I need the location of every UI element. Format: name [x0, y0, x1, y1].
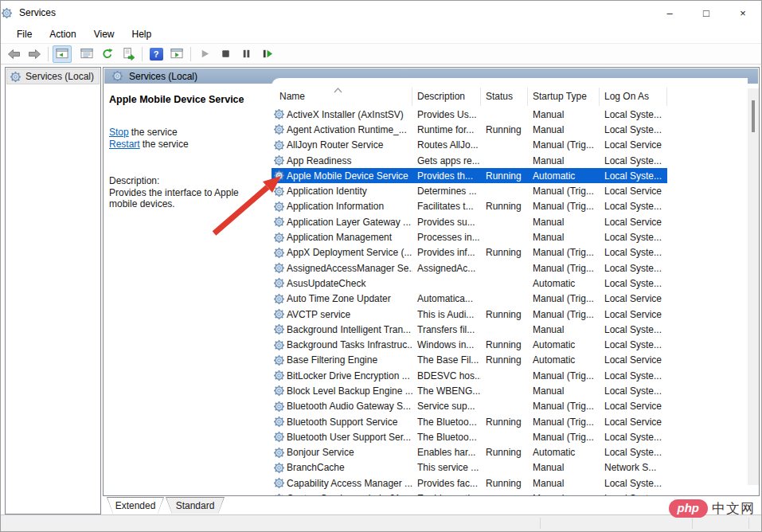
cell-log-on-as: Local Service [600, 138, 667, 153]
back-icon[interactable] [4, 45, 23, 63]
cell-startup-type: Automatic [528, 353, 600, 368]
toolbar-separator [48, 47, 49, 61]
minimize-button[interactable]: – [651, 1, 688, 25]
cell-log-on-as: Local Syste... [600, 260, 667, 276]
status-bar-divider [692, 518, 693, 529]
table-row[interactable]: Agent Activation Runtime_... Runtime for… [272, 122, 667, 137]
cell-status: Running [481, 414, 528, 429]
service-gear-icon [273, 186, 285, 198]
cell-status [481, 368, 528, 383]
show-action-pane-icon[interactable] [167, 45, 186, 63]
cell-name: Bluetooth User Support Ser... [272, 429, 412, 444]
close-button[interactable]: × [725, 1, 761, 25]
table-row[interactable]: AllJoyn Router Service Routes AllJo... M… [272, 138, 667, 153]
cell-startup-type: Manual (Trig... [528, 429, 600, 444]
cell-name: Background Intelligent Tran... [272, 322, 412, 337]
table-row[interactable]: Capability Access Manager ... Provides f… [272, 475, 667, 491]
menu-file[interactable]: File [9, 26, 40, 42]
table-row[interactable]: Application Layer Gateway ... Provides s… [272, 214, 667, 229]
table-row[interactable]: Bluetooth Audio Gateway S... Service sup… [272, 399, 667, 414]
table-row[interactable]: Application Identity Determines ... Manu… [272, 183, 667, 198]
column-header-name[interactable]: Name [272, 88, 412, 106]
table-row[interactable]: Bonjour Service Enables har... Running A… [272, 445, 667, 460]
stop-service-line: Stopthe service [109, 127, 268, 139]
service-list: ActiveX Installer (AxInstSV) Provides Us… [272, 107, 748, 495]
table-row[interactable]: Bluetooth User Support Ser... The Blueto… [272, 429, 667, 444]
tree-item-services-local[interactable]: Services (Local) [6, 68, 100, 84]
maximize-button[interactable]: □ [688, 1, 725, 25]
table-row[interactable]: BranchCache This service ... Manual Netw… [272, 460, 667, 475]
cell-description: Routes AllJo... [412, 138, 481, 153]
restart-service-icon[interactable] [257, 45, 276, 63]
table-row[interactable]: Auto Time Zone Updater Automatica... Man… [272, 291, 667, 307]
column-header-startup-type[interactable]: Startup Type [528, 88, 600, 106]
description-text: Provides the interface to Apple mobile d… [109, 187, 262, 210]
table-row[interactable]: AppX Deployment Service (... Provides in… [272, 245, 667, 260]
cell-startup-type: Automatic [528, 445, 600, 460]
status-bar-divider [540, 518, 541, 529]
menubar: File Action View Help [1, 25, 761, 43]
column-header-status[interactable]: Status [481, 88, 528, 106]
table-row[interactable]: Block Level Backup Engine ... The WBENG.… [272, 383, 667, 398]
cell-startup-type: Manual [528, 214, 600, 229]
menu-view[interactable]: View [86, 26, 123, 42]
tab-extended[interactable]: Extended [107, 497, 164, 514]
table-row[interactable]: AVCTP service This is Audi... Running Ma… [272, 307, 667, 322]
table-row[interactable]: Background Tasks Infrastruc... Windows i… [272, 337, 667, 352]
cell-name: Application Information [272, 199, 412, 214]
cell-name: Agent Activation Runtime_... [272, 122, 412, 137]
cell-log-on-as: Local Syste... [600, 107, 667, 122]
menu-help[interactable]: Help [124, 26, 160, 42]
services-panel: Services (Local) Apple Mobile Device Ser… [103, 67, 760, 496]
table-row[interactable]: App Readiness Gets apps re... Manual Loc… [272, 153, 667, 168]
restart-service-link[interactable]: Restart [109, 139, 140, 150]
cell-log-on-as: Local Syste... [600, 122, 667, 137]
service-gear-icon [273, 108, 285, 120]
cell-status: Running [481, 307, 528, 322]
refresh-icon[interactable] [98, 45, 117, 63]
restart-service-line: Restartthe service [109, 139, 268, 151]
cell-startup-type: Manual (Trig... [528, 414, 600, 429]
cell-status: Running [481, 245, 528, 260]
stop-service-icon[interactable] [216, 45, 235, 63]
cell-log-on-as: Local Syste... [600, 368, 667, 383]
start-service-icon[interactable] [195, 45, 214, 63]
cell-startup-type: Manual (Trig... [528, 138, 600, 153]
vertical-scrollbar[interactable] [748, 88, 759, 485]
pause-service-icon[interactable] [236, 45, 256, 63]
table-row[interactable]: AsusUpdateCheck Automatic Local Syste... [272, 276, 667, 291]
table-row[interactable]: Apple Mobile Device Service Provides th.… [272, 168, 667, 183]
service-gear-icon [273, 431, 285, 443]
watermark-text: 中文网 [712, 499, 755, 518]
service-gear-icon [273, 493, 285, 495]
service-gear-icon [273, 123, 285, 135]
forward-icon[interactable] [25, 45, 44, 63]
cell-description: The Bluetoo... [412, 414, 481, 429]
column-header-description[interactable]: Description [412, 88, 481, 106]
table-row[interactable]: BitLocker Drive Encryption ... BDESVC ho… [272, 368, 667, 383]
cell-log-on-as: Local Syste... [600, 322, 667, 337]
show-console-tree-icon[interactable] [53, 45, 72, 63]
properties-icon[interactable] [77, 45, 96, 63]
table-row[interactable]: Base Filtering Engine The Base Fil... Ru… [272, 353, 667, 368]
scrollbar-thumb[interactable] [752, 100, 755, 132]
cell-status: Running [481, 353, 528, 368]
export-list-icon[interactable] [119, 45, 138, 63]
cell-log-on-as: Local Syste... [600, 475, 667, 491]
service-gear-icon [273, 339, 285, 351]
table-row[interactable]: Background Intelligent Tran... Transfers… [272, 322, 667, 337]
stop-service-link[interactable]: Stop [109, 127, 129, 138]
table-row[interactable]: Application Information Facilitates t...… [272, 199, 667, 214]
cell-description: Provides th... [412, 168, 481, 183]
menu-action[interactable]: Action [41, 26, 84, 42]
help-icon[interactable]: ? [147, 45, 166, 63]
table-row[interactable]: ActiveX Installer (AxInstSV) Provides Us… [272, 107, 667, 122]
table-row[interactable]: CaptureService_eebeba91 Enables opti... … [272, 491, 667, 495]
table-row[interactable]: Bluetooth Support Service The Bluetoo...… [272, 414, 667, 429]
table-row[interactable]: AssignedAccessManager Se... AssignedAc..… [272, 260, 667, 276]
table-row[interactable]: Application Management Processes in... M… [272, 229, 667, 244]
tab-standard[interactable]: Standard [166, 497, 225, 514]
cell-name: Apple Mobile Device Service [272, 168, 412, 183]
column-header-log-on-as[interactable]: Log On As [600, 88, 667, 106]
watermark-php-badge: php [669, 499, 709, 518]
